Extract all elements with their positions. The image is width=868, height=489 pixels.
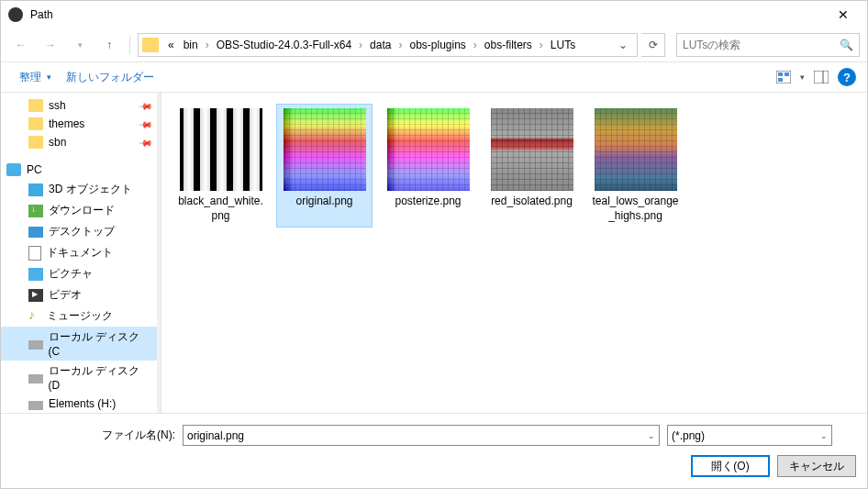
sidebar-item[interactable]: 3D オブジェクト bbox=[1, 179, 157, 200]
sidebar-item[interactable]: ビデオ bbox=[1, 284, 157, 306]
view-dropdown-icon[interactable]: ▾ bbox=[800, 72, 805, 82]
drive-icon bbox=[28, 401, 43, 410]
file-name: original.png bbox=[295, 194, 352, 209]
breadcrumb-seg[interactable]: obs-filters bbox=[481, 37, 536, 53]
file-thumbnail bbox=[387, 108, 470, 191]
chevron-right-icon: › bbox=[472, 39, 479, 51]
window-title: Path bbox=[30, 8, 827, 21]
navbar: ← → ▾ ↑ « bin› OBS-Studio-24.0.3-Full-x6… bbox=[1, 28, 867, 61]
sidebar-item-sbn[interactable]: sbn📌 bbox=[1, 133, 157, 151]
folder-icon bbox=[28, 99, 43, 112]
address-bar[interactable]: « bin› OBS-Studio-24.0.3-Full-x64› data›… bbox=[138, 33, 638, 57]
sidebar-item[interactable]: ピクチャ bbox=[1, 263, 157, 284]
file-item[interactable]: posterize.png bbox=[380, 104, 476, 228]
sidebar-item-pc[interactable]: PC bbox=[1, 161, 157, 179]
filename-input[interactable] bbox=[187, 429, 648, 442]
desk-icon bbox=[28, 227, 43, 238]
dropdown-icon[interactable]: ⌄ bbox=[820, 431, 828, 440]
search-box[interactable]: 🔍 bbox=[676, 33, 860, 57]
recent-chevron[interactable]: ▾ bbox=[67, 32, 93, 58]
sidebar-label: ピクチャ bbox=[49, 266, 93, 282]
view-options-button[interactable] bbox=[774, 68, 793, 86]
address-history-dropdown[interactable]: ⌄ bbox=[613, 39, 633, 51]
filetype-value: (*.png) bbox=[672, 429, 820, 442]
filename-combobox[interactable]: ⌄ bbox=[183, 425, 660, 446]
back-button[interactable]: ← bbox=[8, 32, 34, 58]
file-thumbnail bbox=[284, 108, 366, 191]
file-item[interactable]: original.png bbox=[276, 104, 373, 228]
up-button[interactable]: ↑ bbox=[96, 32, 122, 58]
sidebar-item[interactable]: ミュージック bbox=[1, 306, 157, 327]
breadcrumb-prefix[interactable]: « bbox=[164, 37, 178, 53]
sidebar-item[interactable]: ローカル ディスク (C bbox=[1, 327, 157, 361]
sidebar-label: ビデオ bbox=[49, 287, 82, 303]
svg-rect-2 bbox=[785, 72, 789, 76]
app-icon bbox=[8, 7, 23, 22]
mus-icon bbox=[28, 309, 41, 324]
sidebar-label: ミュージック bbox=[47, 308, 113, 324]
sidebar-item-themes[interactable]: themes📌 bbox=[1, 115, 157, 133]
file-item[interactable]: teal_lows_orange_highs.png bbox=[587, 104, 684, 228]
dropdown-icon[interactable]: ⌄ bbox=[648, 431, 655, 440]
sidebar-item[interactable]: Elements (H:) bbox=[1, 395, 157, 413]
sidebar-label: ローカル ディスク (C bbox=[49, 329, 151, 358]
sidebar-label: ドキュメント bbox=[47, 245, 113, 261]
filename-label: ファイル名(N): bbox=[102, 428, 175, 443]
pin-icon: 📌 bbox=[139, 117, 153, 131]
sidebar-label: デスクトップ bbox=[49, 224, 115, 239]
sidebar-item[interactable]: ダウンロード bbox=[1, 200, 157, 221]
pc-icon bbox=[6, 163, 21, 176]
close-button[interactable]: ✕ bbox=[827, 4, 860, 26]
file-name: black_and_white.png bbox=[177, 194, 264, 223]
sidebar-item[interactable]: デスクトップ bbox=[1, 221, 157, 242]
svg-rect-3 bbox=[778, 78, 783, 82]
search-icon: 🔍 bbox=[840, 39, 853, 51]
open-button[interactable]: 開く(O) bbox=[691, 455, 770, 477]
breadcrumb-seg[interactable]: data bbox=[366, 37, 395, 53]
preview-pane-button[interactable] bbox=[812, 68, 830, 86]
sidebar-label: Elements (H:) bbox=[49, 397, 116, 410]
cancel-button[interactable]: キャンセル bbox=[777, 455, 856, 477]
forward-button[interactable]: → bbox=[38, 32, 63, 58]
file-name: posterize.png bbox=[395, 194, 461, 209]
sidebar-label: ローカル ディスク (D bbox=[49, 363, 151, 392]
breadcrumb-seg[interactable]: obs-plugins bbox=[406, 37, 469, 53]
sidebar-label: PC bbox=[27, 163, 42, 176]
breadcrumb-seg[interactable]: LUTs bbox=[547, 37, 579, 53]
file-list[interactable]: black_and_white.pngoriginal.pngposterize… bbox=[161, 93, 867, 413]
titlebar: Path ✕ bbox=[1, 1, 867, 28]
drive-icon bbox=[28, 340, 43, 350]
breadcrumb-seg[interactable]: OBS-Studio-24.0.3-Full-x64 bbox=[213, 37, 355, 53]
folder-icon bbox=[28, 136, 43, 149]
file-thumbnail bbox=[491, 108, 573, 191]
file-name: red_isolated.png bbox=[491, 194, 573, 209]
filetype-combobox[interactable]: (*.png) ⌄ bbox=[667, 425, 832, 446]
sidebar-label: ssh bbox=[49, 99, 66, 112]
file-item[interactable]: red_isolated.png bbox=[484, 104, 580, 228]
file-thumbnail bbox=[180, 108, 262, 191]
toolbar: 整理 新しいフォルダー ▾ ? bbox=[1, 61, 867, 93]
help-button[interactable]: ? bbox=[838, 68, 856, 86]
chevron-right-icon: › bbox=[204, 39, 211, 51]
sidebar-item[interactable]: ドキュメント bbox=[1, 242, 157, 263]
pin-icon: 📌 bbox=[139, 98, 153, 113]
organize-menu[interactable]: 整理 bbox=[12, 66, 59, 89]
svg-rect-1 bbox=[778, 72, 783, 76]
dl-icon bbox=[28, 205, 43, 217]
file-name: teal_lows_orange_highs.png bbox=[592, 194, 679, 223]
vid-icon bbox=[28, 289, 43, 302]
sidebar-label: themes bbox=[49, 117, 84, 130]
sidebar-item-ssh[interactable]: ssh📌 bbox=[1, 96, 157, 115]
drive-icon bbox=[28, 374, 43, 383]
refresh-button[interactable]: ⟳ bbox=[641, 33, 665, 57]
search-input[interactable] bbox=[683, 39, 840, 51]
new-folder-button[interactable]: 新しいフォルダー bbox=[59, 66, 161, 89]
separator bbox=[129, 36, 130, 54]
sidebar-item[interactable]: ローカル ディスク (D bbox=[1, 361, 157, 395]
sidebar-label: ダウンロード bbox=[49, 203, 115, 218]
chevron-right-icon: › bbox=[396, 39, 404, 51]
file-item[interactable]: black_and_white.png bbox=[172, 104, 269, 228]
sidebar-label: sbn bbox=[49, 136, 66, 149]
breadcrumb-seg[interactable]: bin bbox=[180, 37, 202, 53]
svg-rect-0 bbox=[776, 71, 791, 83]
